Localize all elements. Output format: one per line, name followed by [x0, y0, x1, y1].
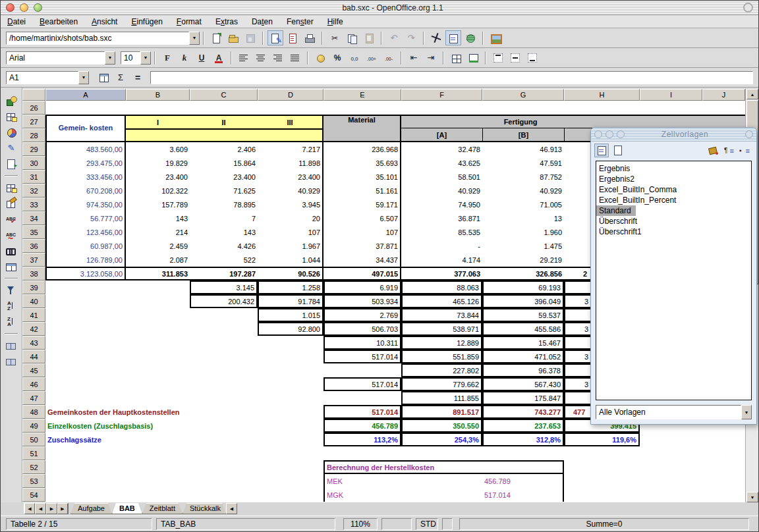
cell-D52[interactable]	[258, 460, 323, 474]
cell-C31[interactable]: 23.400	[190, 170, 258, 184]
cell-F51[interactable]	[401, 446, 482, 460]
cell-G44[interactable]: 471.052	[482, 350, 564, 363]
last-sheet-icon[interactable]: ▶	[57, 503, 69, 514]
row-header-31[interactable]: 31	[22, 170, 45, 184]
cell-B52[interactable]	[126, 460, 190, 474]
panel-stick-button[interactable]	[745, 130, 753, 138]
cell-F35[interactable]: 85.535	[401, 225, 482, 239]
menu-daten[interactable]: Daten	[252, 17, 273, 26]
function-autopilot-button[interactable]	[96, 70, 111, 85]
url-input[interactable]	[6, 32, 189, 45]
row-header-35[interactable]: 35	[22, 225, 45, 239]
align-top-button[interactable]	[490, 50, 506, 65]
cell-F47[interactable]: 111.855	[401, 391, 482, 405]
col-header-E[interactable]: E	[323, 89, 401, 101]
cell-H50[interactable]: 119,6%	[564, 433, 640, 446]
menu-hilfe[interactable]: Hilfe	[327, 17, 343, 26]
col-header-C[interactable]: C	[190, 89, 258, 101]
cell-J54[interactable]	[702, 488, 745, 502]
zoom-button[interactable]	[34, 3, 42, 12]
cell-G30[interactable]: 47.591	[482, 156, 564, 170]
cell-E26[interactable]	[323, 101, 401, 115]
row-header-39[interactable]: 39	[22, 280, 45, 294]
row-header-40[interactable]: 40	[22, 294, 45, 308]
cell-F50[interactable]: 254,3%	[401, 433, 482, 446]
cell-H53[interactable]	[564, 474, 640, 488]
cell-I51[interactable]	[640, 446, 702, 460]
menu-datei[interactable]: Datei	[7, 17, 26, 26]
update-style-button[interactable]	[737, 144, 752, 157]
row-header-44[interactable]: 44	[22, 350, 45, 363]
style-filter-input[interactable]	[596, 405, 741, 419]
cell-J27[interactable]	[702, 115, 745, 128]
form-functions-button[interactable]	[3, 156, 19, 171]
cell-B31[interactable]: 23.400	[126, 170, 190, 184]
cell-G29[interactable]: 46.913	[482, 142, 564, 156]
row-header-47[interactable]: 47	[22, 391, 45, 405]
underline-button[interactable]	[194, 50, 210, 65]
font-name-input[interactable]	[6, 51, 105, 65]
delete-decimal-button[interactable]	[381, 50, 397, 65]
cell-D29[interactable]: 7.217	[258, 142, 323, 156]
cell-A38[interactable]: 3.123.058,00	[45, 267, 126, 280]
cell-E45[interactable]	[323, 363, 401, 377]
cell-G42[interactable]: 455.586	[482, 322, 564, 336]
window-menu-button[interactable]	[743, 3, 753, 13]
url-dropdown-icon[interactable]: ▼	[189, 32, 200, 45]
cell-B29[interactable]: 3.609	[126, 142, 190, 156]
row-header-48[interactable]: 48	[22, 405, 45, 419]
cell-F28[interactable]: [A]	[401, 128, 482, 142]
cell-D43[interactable]	[258, 336, 323, 350]
stylist-titlebar[interactable]: Zellvorlagen	[591, 128, 756, 142]
cell-C32[interactable]: 71.625	[190, 184, 258, 198]
cell-F43[interactable]: 12.889	[401, 336, 482, 350]
insert-cells-button[interactable]	[3, 109, 19, 124]
cell-E51[interactable]	[323, 446, 401, 460]
cell-G26[interactable]	[482, 101, 564, 115]
cell-A36[interactable]: 60.987,00	[45, 239, 126, 253]
cell-F45[interactable]: 227.802	[401, 363, 482, 377]
cell-A43[interactable]	[45, 336, 126, 350]
auto-spellcheck-button[interactable]	[3, 227, 19, 242]
cell-B41[interactable]	[126, 308, 190, 322]
cell-reference-input[interactable]	[6, 71, 78, 84]
menu-format[interactable]: Format	[177, 17, 202, 26]
cell-B36[interactable]: 2.459	[126, 239, 190, 253]
cell-E31[interactable]: 35.101	[323, 170, 401, 184]
align-bottom-button[interactable]	[524, 50, 540, 65]
new-document-button[interactable]	[208, 30, 224, 45]
cell-H26[interactable]	[564, 101, 640, 115]
cell-E37[interactable]: 34.437	[323, 253, 401, 267]
cell-E36[interactable]: 37.871	[323, 239, 401, 253]
function-button[interactable]	[130, 70, 146, 85]
scroll-up-icon[interactable]: ▲	[746, 89, 758, 99]
cell-G47[interactable]: 175.847	[482, 391, 564, 405]
cell-D28[interactable]	[258, 128, 323, 142]
cell-B47[interactable]	[126, 391, 190, 405]
row-header-46[interactable]: 46	[22, 377, 45, 391]
cell-A40[interactable]	[45, 294, 126, 308]
cell-C43[interactable]	[190, 336, 258, 350]
cell-B40[interactable]	[126, 294, 190, 308]
cell-B53[interactable]	[126, 474, 190, 488]
cell-A27[interactable]: Gemein- kosten	[45, 115, 126, 142]
row-header-42[interactable]: 42	[22, 322, 45, 336]
cell-E48[interactable]: 517.014	[323, 405, 401, 419]
decrease-indent-button[interactable]	[406, 50, 422, 65]
cell-C46[interactable]	[190, 377, 258, 391]
cell-F39[interactable]: 88.063	[401, 280, 482, 294]
cell-F29[interactable]: 32.478	[401, 142, 482, 156]
cell-B33[interactable]: 157.789	[126, 198, 190, 211]
cell-J26[interactable]	[702, 101, 745, 115]
number-format-standard-button[interactable]	[347, 50, 362, 65]
cell-A50[interactable]: Zuschlagssätze	[45, 433, 323, 446]
cell-D47[interactable]	[258, 391, 323, 405]
cell-G28[interactable]: [B]	[482, 128, 564, 142]
cell-E35[interactable]: 107	[323, 225, 401, 239]
cell-A29[interactable]: 483.560,00	[45, 142, 126, 156]
cell-G34[interactable]: 13	[482, 211, 564, 225]
sheet-tab-Zeitblatt[interactable]: Zeitblatt	[142, 503, 183, 514]
bold-button[interactable]	[159, 50, 175, 65]
cell-G41[interactable]: 59.537	[482, 308, 564, 322]
cell-A39[interactable]	[45, 280, 126, 294]
